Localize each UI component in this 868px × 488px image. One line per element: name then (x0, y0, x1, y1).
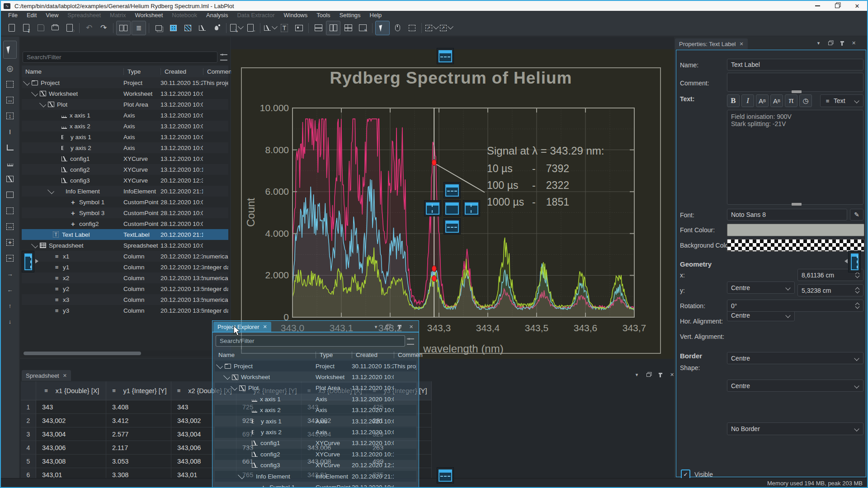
axis-tick-tool[interactable] (4, 157, 16, 169)
new-note-button[interactable] (210, 21, 223, 35)
zoom-select-tool[interactable] (4, 78, 16, 90)
new-workbook-button[interactable] (152, 21, 165, 35)
new-matrix-button[interactable] (181, 21, 194, 35)
tree-row[interactable]: y3 Column 20.12.2020 13:56 integer da (22, 305, 228, 316)
tree-row[interactable]: Plot Plot Area 13.12.2020 10:01 (22, 99, 228, 110)
tree-row[interactable]: y1 Column 20.12.2020 12:39 integer da (22, 262, 228, 272)
dock-close-icon[interactable] (407, 324, 415, 330)
tree-row[interactable]: y2 Column 20.12.2020 13:55 integer da (22, 283, 228, 294)
tree-row[interactable]: config1 XYCurve 13.12.2020 10:09 (22, 153, 228, 164)
horizontal-scrollbar[interactable] (23, 351, 226, 356)
separator[interactable] (420, 21, 423, 35)
zoom-out-tool[interactable] (4, 252, 16, 264)
open-project-button[interactable] (19, 21, 33, 35)
visible-checkbox[interactable]: ✓ (681, 469, 690, 479)
save-project-button[interactable] (34, 21, 47, 35)
select-tool[interactable] (3, 41, 17, 59)
menu-item[interactable]: Windows (279, 11, 312, 20)
tree-row[interactable]: x axis 2 Axis 13.12.2020 10:01 (215, 405, 416, 416)
tree-row[interactable]: config2 XYCurve 13.12.2020 10:11 (22, 164, 228, 175)
tree-row[interactable]: y axis 2 Axis 13.12.2020 10:01 (22, 142, 228, 153)
break-layout-button[interactable] (356, 21, 369, 35)
tree-row[interactable]: x axis 1 Axis 13.12.2020 10:01 (215, 394, 416, 404)
tree-row[interactable]: Project Project 30.11.2020 15:23 This pr… (22, 77, 228, 88)
export-button[interactable] (244, 21, 257, 35)
separator[interactable] (78, 21, 81, 35)
navigate-mode-button[interactable] (391, 21, 404, 35)
tree-row[interactable]: Text Label TextLabel 20.12.2020 21:13 (22, 229, 228, 240)
tree-row[interactable]: x axis 1 Axis 13.12.2020 10:01 (22, 110, 228, 121)
menu-item[interactable]: Settings (335, 11, 365, 20)
filter-icon[interactable] (220, 54, 227, 61)
y-axis-title[interactable]: Count (245, 198, 257, 227)
background-colour-swatch[interactable] (727, 239, 864, 252)
x-axis-title[interactable]: wavelength (nm) (423, 343, 503, 355)
tree-row[interactable]: config2 CustomPoint 28.12.2020 10:06 (22, 218, 228, 229)
separator[interactable] (307, 21, 310, 35)
separator[interactable] (259, 21, 262, 35)
separator[interactable] (112, 21, 115, 35)
x-position-select[interactable]: Centre (727, 282, 795, 294)
tree-row[interactable]: x2 Column 20.12.2020 13:55 numerical (22, 272, 228, 283)
tab-spreadsheet[interactable]: Spreadsheet ✕ (22, 370, 71, 381)
search-input[interactable]: Search/Filter (23, 52, 217, 63)
tree-row[interactable]: Worksheet Worksheet 13.12.2020 10:01 (22, 88, 228, 99)
menu-item[interactable]: Analysis (202, 11, 232, 20)
menu-item[interactable]: Spreadsheet (63, 11, 105, 20)
zoom-fit-button[interactable] (425, 21, 438, 35)
italic-button[interactable]: I (741, 94, 754, 107)
vertical-alignment-select[interactable]: Centre (727, 380, 863, 392)
tree-row[interactable]: y axis 1 Axis 13.12.2020 10:01 (215, 416, 416, 427)
dock-pin-icon[interactable] (396, 324, 403, 330)
horizontal-layout-button[interactable] (326, 21, 340, 35)
resize-handle[interactable] (792, 90, 802, 93)
dock-menu-icon[interactable] (372, 324, 380, 330)
resize-handle[interactable] (792, 203, 802, 206)
tree-row[interactable]: y axis 1 Axis 13.12.2020 10:01 (22, 131, 228, 142)
menu-item[interactable]: Help (365, 11, 387, 20)
tree-row[interactable]: Symbol 3 CustomPoint 28.12.2020 10:06 (22, 207, 228, 218)
menu-item[interactable]: Edit (22, 11, 41, 20)
y-position-value[interactable]: 5,3238 cm (797, 284, 863, 296)
menu-item[interactable]: File (4, 11, 22, 20)
add-text-label-button[interactable] (278, 21, 291, 35)
toggle-properties-dock-button[interactable] (132, 21, 146, 35)
menu-item[interactable]: Worksheet (130, 11, 167, 20)
new-spreadsheet-button[interactable] (166, 21, 180, 35)
new-data-extractor-button[interactable] (195, 21, 209, 35)
tree-row[interactable]: config2 XYCurve 13.12.2020 10:11 (215, 449, 416, 460)
crosshair-tool[interactable] (4, 62, 16, 75)
print-preview-button[interactable] (63, 21, 76, 35)
tree-row[interactable]: Worksheet Worksheet 13.12.2020 10:01 (215, 371, 416, 382)
tab-close-icon[interactable]: ✕ (263, 324, 267, 330)
menu-item[interactable]: View (41, 11, 63, 20)
menu-item[interactable]: Data Extractor (232, 11, 279, 20)
zoom-y-select-tool[interactable] (4, 109, 16, 122)
select-mode-button[interactable] (375, 21, 390, 35)
toggle-project-explorer-button[interactable] (116, 21, 131, 35)
info-element-label[interactable]: Signal at λ = 343.29 nm: 10 µs - 7392 10… (487, 145, 613, 213)
dock-menu-icon[interactable] (633, 371, 641, 378)
tree-row[interactable]: Project Project 30.11.2020 15:23 This pr… (215, 361, 416, 371)
auto-scale-tool[interactable] (4, 204, 16, 217)
font-field[interactable]: Noto Sans 8 (727, 209, 847, 221)
dock-float-icon[interactable] (384, 324, 392, 330)
border-shape-select[interactable]: No Border (727, 422, 863, 435)
scrollbar-thumb[interactable] (24, 352, 141, 355)
menu-item[interactable]: Tools (312, 11, 335, 20)
column-header[interactable]: x1 {Double} [X] (36, 381, 106, 400)
tree-row[interactable]: Info Element InfoElement 20.12.2020 21:1… (215, 471, 416, 482)
menu-item[interactable]: Matrix (105, 11, 130, 20)
font-edit-button[interactable]: ✎ (850, 209, 863, 221)
tree-row[interactable]: Symbol 1 CustomPoint 28.12.2020 10:06 (215, 482, 416, 488)
separator[interactable] (371, 21, 374, 35)
cursor-tool[interactable] (4, 125, 16, 138)
print-button[interactable] (48, 21, 62, 35)
tree-row[interactable]: x1 Column 20.12.2020 12:39 numerical (22, 251, 228, 262)
shift-left-tool[interactable] (4, 283, 16, 296)
tree-row[interactable]: x axis 2 Axis 13.12.2020 10:01 (22, 121, 228, 131)
zoom-select-mode-button[interactable] (405, 21, 419, 35)
undo-button[interactable] (82, 21, 96, 35)
search-input[interactable]: Search/Filter (216, 335, 405, 347)
import-button[interactable] (229, 21, 243, 35)
